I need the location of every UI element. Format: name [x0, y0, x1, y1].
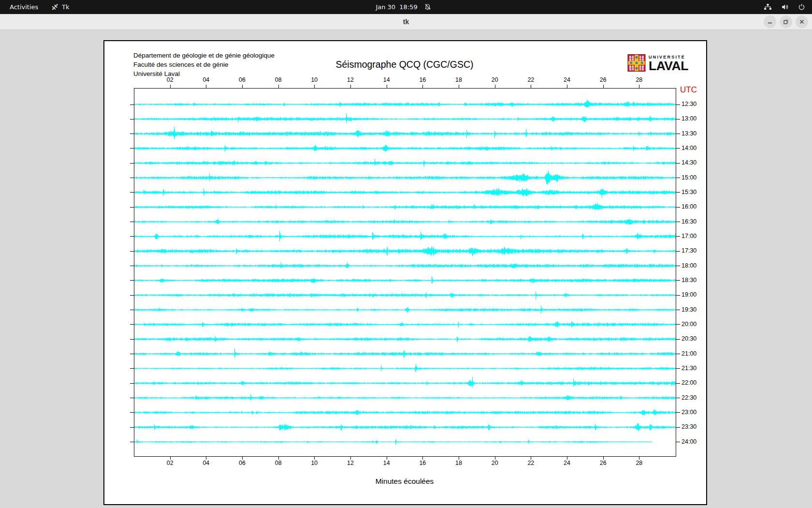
window-title-bar[interactable]: tk	[0, 14, 812, 30]
x-tick-label-top: 06	[232, 77, 252, 83]
row-tick-right	[676, 178, 680, 178]
seismograph-canvas: Département de géologie et de génie géol…	[103, 40, 707, 505]
activities-button[interactable]: Activities	[8, 0, 40, 14]
minimize-button[interactable]	[764, 15, 776, 28]
row-tick-left	[130, 236, 134, 237]
x-tick-bottom	[459, 456, 459, 460]
row-tick-left	[130, 339, 134, 340]
x-tick-label-top: 08	[269, 77, 288, 83]
row-tick-left	[130, 354, 134, 354]
row-time-label: 23:30	[682, 423, 696, 431]
x-tick-label-bottom: 18	[449, 460, 468, 466]
row-time-label: 21:30	[682, 365, 696, 372]
row-tick-left	[130, 310, 134, 310]
row-tick-right	[676, 163, 680, 164]
row-tick-right	[676, 354, 680, 354]
clock-text: Jan 30 18:59	[376, 3, 417, 11]
close-button[interactable]	[796, 15, 808, 28]
row-tick-left	[130, 105, 134, 105]
x-tick-label-bottom: 08	[269, 460, 288, 466]
universite-laval-logo: UNIVERSITÉ LAVAL	[627, 54, 688, 74]
clock-menu[interactable]: Jan 30 18:59	[376, 0, 436, 14]
minimize-icon	[767, 19, 773, 25]
row-time-label: 19:30	[682, 306, 696, 314]
x-tick-bottom	[278, 456, 279, 460]
row-time-label: 13:00	[682, 115, 696, 122]
x-tick-top	[567, 85, 567, 88]
row-time-label: 12:30	[682, 101, 696, 108]
system-top-bar: Activities Tk Jan 30 18:59	[0, 0, 812, 14]
row-time-label: 21:00	[682, 350, 696, 358]
row-tick-left	[130, 119, 134, 120]
row-time-label: 14:00	[682, 145, 696, 152]
row-tick-left	[130, 442, 134, 442]
x-axis-title: Minutes écoulées	[134, 477, 675, 486]
row-tick-left	[130, 148, 134, 149]
row-time-label: 23:00	[682, 409, 696, 416]
x-tick-top	[278, 85, 279, 88]
x-tick-top	[350, 85, 351, 88]
x-tick-bottom	[170, 456, 171, 460]
row-time-label: 20:30	[682, 335, 696, 343]
x-tick-bottom	[314, 456, 315, 460]
x-tick-bottom	[495, 456, 495, 460]
row-tick-right	[676, 398, 680, 398]
row-tick-right	[676, 412, 680, 413]
x-tick-label-bottom: 26	[594, 460, 613, 466]
x-tick-label-bottom: 20	[485, 460, 505, 466]
x-tick-label-bottom: 22	[521, 460, 540, 466]
window-controls	[764, 15, 808, 28]
x-tick-top	[387, 85, 387, 88]
row-tick-right	[676, 105, 680, 105]
app-indicator-tk[interactable]: Tk	[51, 0, 69, 14]
x-tick-top	[531, 85, 531, 88]
trace-canvas	[134, 89, 676, 456]
row-time-label: 15:00	[682, 174, 696, 181]
x-tick-bottom	[387, 456, 387, 460]
row-tick-left	[130, 427, 134, 428]
window-title: tk	[0, 14, 812, 30]
row-tick-right	[676, 119, 680, 120]
row-time-label: 14:30	[682, 159, 696, 166]
row-tick-left	[130, 280, 134, 281]
row-tick-left	[130, 266, 134, 266]
x-tick-bottom	[603, 456, 604, 460]
x-tick-bottom	[639, 456, 639, 460]
x-tick-label-top: 04	[196, 77, 216, 83]
row-tick-right	[676, 207, 680, 208]
x-tick-top	[242, 85, 243, 88]
x-tick-label-top: 24	[557, 77, 577, 83]
x-tick-label-top: 14	[377, 77, 396, 83]
x-tick-label-bottom: 10	[304, 460, 324, 466]
x-tick-top	[170, 85, 171, 88]
x-tick-label-top: 16	[413, 77, 432, 83]
row-tick-left	[130, 222, 134, 222]
row-tick-right	[676, 324, 680, 325]
row-tick-left	[130, 192, 134, 193]
volume-icon	[781, 3, 789, 11]
x-tick-label-bottom: 04	[196, 460, 216, 466]
row-tick-right	[676, 266, 680, 266]
row-tick-right	[676, 222, 680, 222]
row-time-label: 24:00	[682, 438, 696, 446]
maximize-button[interactable]	[780, 15, 792, 28]
row-tick-right	[676, 134, 680, 134]
x-tick-label-bottom: 02	[160, 460, 180, 466]
row-tick-left	[130, 383, 134, 384]
row-tick-right	[676, 368, 680, 369]
row-time-label: 22:00	[682, 379, 696, 387]
tk-icon	[51, 3, 58, 11]
row-time-label: 18:30	[682, 277, 696, 284]
row-tick-right	[676, 192, 680, 193]
row-tick-right	[676, 280, 680, 281]
app-indicator-label: Tk	[62, 3, 69, 11]
x-tick-top	[603, 85, 604, 88]
x-tick-label-top: 02	[160, 77, 180, 83]
laval-logo-text: UNIVERSITÉ LAVAL	[649, 54, 688, 74]
row-tick-left	[130, 251, 134, 252]
row-time-label: 17:30	[682, 247, 696, 254]
x-tick-top	[639, 85, 639, 88]
row-tick-left	[130, 412, 134, 413]
row-tick-left	[130, 295, 134, 296]
system-status-area[interactable]	[764, 0, 805, 14]
